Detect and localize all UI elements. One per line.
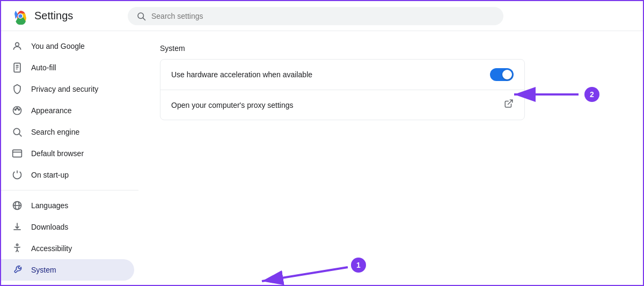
hardware-acceleration-row: Use hardware acceleration when available [160, 60, 524, 90]
sidebar-label-downloads: Downloads [31, 223, 68, 231]
sidebar-label-appearance: Appearance [31, 106, 72, 115]
sidebar-item-appearance[interactable]: Appearance [1, 100, 134, 121]
badge-icon [12, 62, 23, 73]
header: Settings [1, 1, 643, 31]
svg-point-5 [16, 42, 19, 46]
sidebar-label-privacy-security: Privacy and security [31, 85, 98, 93]
sidebar-label-system: System [31, 266, 56, 274]
search-icon [136, 11, 146, 21]
proxy-settings-row[interactable]: Open your computer's proxy settings [160, 90, 524, 120]
sidebar: You and Google Auto-fill Privacy and sec… [1, 31, 138, 285]
sidebar-item-you-and-google[interactable]: You and Google [1, 35, 134, 57]
svg-point-11 [13, 128, 20, 135]
shield-icon [12, 84, 23, 94]
wrench-icon [12, 265, 23, 275]
toggle-thumb [502, 70, 512, 79]
page-title: Settings [34, 10, 73, 22]
person-icon [12, 41, 23, 52]
settings-card: Use hardware acceleration when available… [160, 59, 525, 120]
svg-text:1: 1 [356, 261, 361, 269]
sidebar-item-accessibility[interactable]: Accessibility [1, 238, 134, 259]
main-content: System Use hardware acceleration when av… [138, 31, 643, 285]
sidebar-label-default-browser: Default browser [31, 149, 84, 158]
svg-point-10 [18, 109, 20, 111]
browser-icon [12, 148, 23, 159]
svg-point-2 [19, 14, 23, 18]
svg-point-9 [17, 108, 18, 109]
logo-area: Settings [12, 8, 119, 25]
section-title: System [160, 44, 621, 53]
sidebar-label-on-startup: On start-up [31, 171, 69, 179]
sidebar-item-on-startup[interactable]: On start-up [1, 164, 134, 186]
power-icon [12, 170, 23, 180]
svg-line-12 [19, 134, 22, 137]
globe-icon [12, 200, 23, 211]
svg-rect-13 [13, 150, 22, 157]
sidebar-item-system[interactable]: System [1, 259, 134, 281]
svg-line-4 [143, 18, 145, 20]
svg-point-26 [584, 87, 599, 102]
external-link-icon [504, 99, 514, 111]
proxy-settings-label: Open your computer's proxy settings [171, 101, 294, 109]
svg-text:2: 2 [590, 90, 594, 99]
hardware-acceleration-toggle[interactable] [490, 68, 514, 81]
sidebar-label-you-and-google: You and Google [31, 42, 85, 50]
chrome-logo [12, 8, 29, 25]
palette-icon [12, 105, 23, 116]
svg-line-19 [508, 100, 513, 104]
svg-point-18 [16, 244, 18, 246]
sidebar-label-search-engine: Search engine [31, 128, 79, 136]
svg-point-23 [351, 258, 366, 273]
accessibility-icon [12, 243, 23, 254]
sidebar-item-search-engine[interactable]: Search engine [1, 121, 134, 143]
sidebar-item-auto-fill[interactable]: Auto-fill [1, 57, 134, 78]
svg-point-8 [14, 109, 16, 111]
app-container: You and Google Auto-fill Privacy and sec… [1, 31, 643, 285]
sidebar-item-downloads[interactable]: Downloads [1, 216, 134, 238]
sidebar-divider [1, 190, 138, 190]
hardware-acceleration-label: Use hardware acceleration when available [171, 70, 312, 79]
sidebar-label-accessibility: Accessibility [31, 244, 72, 253]
sidebar-label-languages: Languages [31, 201, 68, 210]
sidebar-item-privacy-security[interactable]: Privacy and security [1, 78, 134, 100]
svg-line-22 [262, 267, 348, 281]
sidebar-label-auto-fill: Auto-fill [31, 63, 56, 72]
download-icon [12, 222, 23, 232]
search-engine-icon [12, 127, 23, 137]
search-bar[interactable] [128, 7, 503, 25]
sidebar-item-default-browser[interactable]: Default browser [1, 143, 134, 164]
search-input[interactable] [151, 12, 495, 20]
sidebar-item-languages[interactable]: Languages [1, 195, 134, 216]
